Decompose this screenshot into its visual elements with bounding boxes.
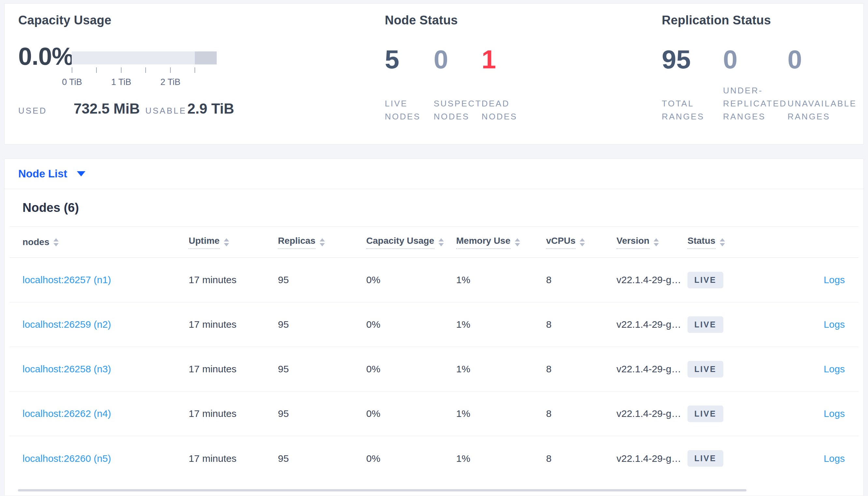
under-replicated-ranges-stat: 0 UNDER-REPLICATED RANGES: [723, 46, 788, 123]
logs-link[interactable]: Logs: [824, 363, 845, 374]
horizontal-scrollbar-thumb[interactable]: [18, 489, 747, 492]
replicas-cell: 95: [278, 453, 366, 464]
node-link[interactable]: localhost:26262 (n4): [23, 408, 111, 419]
sort-icon: [438, 238, 444, 246]
memory-use-cell: 1%: [456, 274, 546, 285]
capacity-axis: 0 TiB 1 TiB 2 TiB: [72, 67, 217, 91]
node-link[interactable]: localhost:26257 (n1): [23, 274, 111, 285]
replication-status-stats: 95 TOTAL RANGES 0 UNDER-REPLICATED RANGE…: [662, 46, 852, 123]
under-replicated-ranges-label: UNDER-REPLICATED RANGES: [723, 84, 792, 123]
status-badge: LIVE: [688, 361, 723, 377]
unavailable-ranges-stat: 0 UNAVAILABLE RANGES: [788, 46, 852, 123]
replication-status-section: Replication Status 95 TOTAL RANGES 0 UND…: [662, 13, 852, 123]
axis-tick: [121, 67, 121, 73]
live-nodes-label: LIVE NODES: [385, 97, 430, 123]
sort-icon: [224, 238, 229, 246]
total-ranges-stat: 95 TOTAL RANGES: [662, 46, 723, 123]
axis-label: 2 TiB: [156, 77, 185, 87]
usable-label: USABLE: [145, 106, 188, 116]
vcpus-cell: 8: [546, 274, 616, 285]
suspect-nodes-label: SUSPECT NODES: [434, 97, 479, 123]
column-header-uptime[interactable]: Uptime: [189, 236, 278, 249]
capacity-bar-block: 0 TiB 1 TiB 2 TiB: [72, 42, 217, 91]
dead-nodes-stat: 1 DEAD NODES: [482, 46, 530, 123]
sort-icon: [515, 238, 520, 246]
sort-icon: [654, 238, 659, 246]
table-row: localhost:26258 (n3) 17 minutes 95 0% 1%…: [10, 347, 858, 391]
table-row: localhost:26259 (n2) 17 minutes 95 0% 1%…: [10, 303, 858, 347]
table-header-row: nodes Uptime Replicas Capacity Usage Mem…: [10, 227, 858, 258]
sort-icon: [320, 238, 325, 246]
dead-nodes-label: DEAD NODES: [482, 97, 527, 123]
live-nodes-value: 5: [385, 46, 434, 74]
capacity-usage-title: Capacity Usage: [18, 13, 234, 27]
vcpus-cell: 8: [546, 453, 616, 464]
capacity-bar-track: [72, 51, 217, 64]
vcpus-cell: 8: [546, 319, 616, 330]
version-cell: v22.1.4-29-g…: [616, 453, 688, 464]
table-row: localhost:26260 (n5) 17 minutes 95 0% 1%…: [10, 436, 858, 481]
memory-use-cell: 1%: [456, 363, 546, 375]
status-badge: LIVE: [688, 316, 723, 333]
node-status-stats: 5 LIVE NODES 0 SUSPECT NODES 1 DEAD NODE…: [385, 46, 530, 123]
vcpus-cell: 8: [546, 363, 616, 375]
capacity-usage-values: USED 732.5 MiB USABLE 2.9 TiB: [18, 100, 234, 117]
chevron-down-icon: [77, 171, 85, 176]
capacity-usage-cell: 0%: [366, 319, 456, 330]
axis-tick: [170, 67, 171, 73]
version-cell: v22.1.4-29-g…: [616, 319, 688, 330]
live-nodes-stat: 5 LIVE NODES: [385, 46, 434, 123]
axis-label: 0 TiB: [57, 77, 87, 87]
status-badge: LIVE: [688, 272, 723, 288]
cluster-summary-card: Capacity Usage 0.0% 0 TiB 1 TiB 2 TiB: [4, 3, 864, 144]
column-header-capacity-usage[interactable]: Capacity Usage: [366, 236, 456, 249]
logs-link[interactable]: Logs: [824, 453, 845, 464]
logs-link[interactable]: Logs: [824, 408, 845, 419]
column-header-nodes[interactable]: nodes: [10, 237, 189, 247]
total-ranges-label: TOTAL RANGES: [662, 97, 714, 123]
capacity-bar-reserved: [195, 51, 217, 64]
column-header-memory-use[interactable]: Memory Use: [456, 236, 546, 249]
memory-use-cell: 1%: [456, 453, 546, 464]
sort-icon: [720, 238, 725, 246]
uptime-cell: 17 minutes: [189, 408, 278, 419]
total-ranges-value: 95: [662, 46, 723, 74]
replicas-cell: 95: [278, 408, 366, 419]
node-status-title: Node Status: [385, 13, 530, 27]
version-cell: v22.1.4-29-g…: [616, 363, 688, 375]
capacity-gauge: 0.0% 0 TiB 1 TiB 2 TiB: [18, 42, 234, 91]
axis-tick: [145, 67, 146, 73]
column-header-status[interactable]: Status: [688, 236, 772, 249]
column-header-replicas[interactable]: Replicas: [278, 236, 366, 249]
uptime-cell: 17 minutes: [189, 274, 278, 285]
axis-tick: [195, 67, 195, 73]
nodes-table-section: Nodes (6) nodes Uptime Replicas Capacity…: [4, 201, 864, 481]
node-status-section: Node Status 5 LIVE NODES 0 SUSPECT NODES…: [385, 13, 530, 123]
sort-icon: [580, 238, 585, 246]
column-header-vcpus[interactable]: vCPUs: [546, 236, 616, 249]
table-row: localhost:26257 (n1) 17 minutes 95 0% 1%…: [10, 258, 858, 303]
logs-link[interactable]: Logs: [824, 319, 845, 330]
node-link[interactable]: localhost:26259 (n2): [23, 319, 111, 330]
suspect-nodes-value: 0: [434, 46, 482, 74]
node-list-dropdown[interactable]: Node List: [18, 168, 85, 180]
table-row: localhost:26262 (n4) 17 minutes 95 0% 1%…: [10, 391, 858, 436]
node-list-dropdown-label: Node List: [18, 168, 67, 180]
logs-link[interactable]: Logs: [824, 274, 845, 285]
nodes-count-title: Nodes (6): [23, 201, 858, 215]
capacity-usage-cell: 0%: [366, 453, 456, 464]
dead-nodes-value: 1: [482, 46, 530, 74]
column-header-version[interactable]: Version: [616, 236, 688, 249]
axis-label: 1 TiB: [107, 77, 136, 87]
capacity-usage-section: Capacity Usage 0.0% 0 TiB 1 TiB 2 TiB: [18, 13, 234, 117]
suspect-nodes-stat: 0 SUSPECT NODES: [434, 46, 482, 123]
memory-use-cell: 1%: [456, 408, 546, 419]
capacity-usage-cell: 0%: [366, 408, 456, 419]
node-link[interactable]: localhost:26258 (n3): [23, 363, 111, 374]
replicas-cell: 95: [278, 363, 366, 375]
usable-value: 2.9 TiB: [188, 100, 234, 117]
node-link[interactable]: localhost:26260 (n5): [23, 453, 111, 464]
uptime-cell: 17 minutes: [189, 319, 278, 330]
unavailable-ranges-value: 0: [788, 46, 852, 74]
sort-icon: [54, 238, 59, 246]
